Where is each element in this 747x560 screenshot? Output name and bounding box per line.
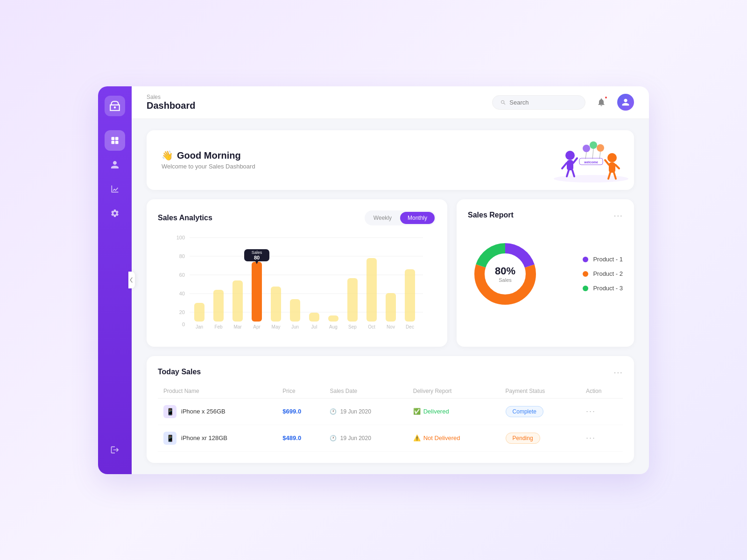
search-box[interactable] <box>492 95 585 110</box>
legend-product2: Product - 2 <box>583 270 623 277</box>
svg-rect-40 <box>233 280 243 322</box>
sidebar-item-users[interactable] <box>105 154 125 175</box>
charts-row: Sales Analytics Weekly Monthly <box>147 199 634 347</box>
svg-text:Jun: Jun <box>291 324 299 329</box>
sidebar-logo[interactable] <box>105 96 125 116</box>
svg-text:Oct: Oct <box>368 324 375 329</box>
delivery-cell: ⚠️ Not Delivered <box>408 425 500 451</box>
bar-chart-svg: 100 80 60 40 20 0 Jan <box>158 233 436 336</box>
table-row: 📱 iPhone xr 128GB $489.0 🕐 19 Jun 2020 <box>158 425 623 451</box>
sidebar-item-settings[interactable] <box>105 203 125 224</box>
svg-point-4 <box>554 175 628 182</box>
report-card-header: Sales Report ··· <box>468 210 623 220</box>
notification-dot <box>604 96 608 99</box>
sales-table-header-row: Product Name Price Sales Date Delivery R… <box>158 384 623 399</box>
action-cell[interactable]: ··· <box>580 425 623 451</box>
clock-icon: 🕐 <box>330 435 337 441</box>
svg-rect-62 <box>366 258 377 322</box>
svg-text:Dec: Dec <box>406 324 414 329</box>
svg-point-17 <box>583 145 590 152</box>
col-payment-status: Payment Status <box>500 384 580 399</box>
avatar[interactable] <box>617 94 634 111</box>
price-cell: $489.0 <box>277 425 324 451</box>
svg-point-11 <box>607 153 617 162</box>
report-more-btn[interactable]: ··· <box>613 210 623 220</box>
sales-table: Product Name Price Sales Date Delivery R… <box>158 384 623 452</box>
sidebar-collapse-btn[interactable] <box>128 272 135 288</box>
header-title-group: Sales Dashboard <box>147 94 195 111</box>
content-area: 👋 Good Morning Welcome to your Sales Das… <box>132 119 649 474</box>
svg-line-8 <box>573 158 577 163</box>
analytics-title: Sales Analytics <box>158 214 212 222</box>
donut-label: Sales <box>495 277 515 283</box>
clock-icon: 🕐 <box>330 408 337 415</box>
toggle-weekly[interactable]: Weekly <box>366 212 399 224</box>
sidebar-bottom <box>105 440 125 460</box>
svg-rect-54 <box>290 299 300 322</box>
svg-rect-38 <box>213 290 224 322</box>
status-badge-pending: Pending <box>506 433 540 444</box>
welcome-text-group: 👋 Good Morning Welcome to your Sales Das… <box>162 150 255 170</box>
today-sales-more-btn[interactable]: ··· <box>613 367 623 377</box>
svg-rect-66 <box>405 269 415 322</box>
header-title: Dashboard <box>147 100 195 111</box>
svg-text:0: 0 <box>182 322 185 327</box>
svg-rect-64 <box>386 293 396 322</box>
product-cell: 📱 iPhone x 256GB <box>163 405 271 418</box>
donut-legend: Product - 1 Product - 2 Product - 3 <box>583 256 623 292</box>
sales-table-head: Product Name Price Sales Date Delivery R… <box>158 384 623 399</box>
sidebar-item-logout[interactable] <box>105 440 125 460</box>
main-content: Sales Dashboard <box>132 86 649 474</box>
action-dots-btn[interactable]: ··· <box>586 406 596 416</box>
svg-line-14 <box>615 165 619 168</box>
header-right <box>492 94 634 111</box>
svg-text:Mar: Mar <box>233 324 242 329</box>
col-product-name: Product Name <box>158 384 277 399</box>
users-icon <box>110 160 120 169</box>
donut-area: 80% Sales Product - 1 Product - <box>468 227 623 321</box>
svg-line-9 <box>567 170 569 176</box>
today-sales-card: Today Sales ··· Product Name Price Sales… <box>147 356 634 463</box>
svg-point-18 <box>590 141 597 149</box>
svg-point-5 <box>565 151 575 160</box>
svg-rect-6 <box>567 160 573 170</box>
logo-icon <box>109 100 121 112</box>
analytics-card: Sales Analytics Weekly Monthly <box>147 199 447 347</box>
sidebar-item-analytics[interactable] <box>105 179 125 199</box>
delivery-cell: ✅ Delivered <box>408 398 500 425</box>
svg-text:80: 80 <box>179 253 185 259</box>
logout-icon <box>110 445 120 455</box>
date-value: 🕐 19 Jun 2020 <box>330 408 371 415</box>
notification-btn[interactable] <box>593 94 610 111</box>
avatar-icon <box>620 97 631 107</box>
toggle-monthly[interactable]: Monthly <box>400 212 435 224</box>
sidebar-nav <box>105 130 125 435</box>
svg-rect-12 <box>609 162 615 173</box>
welcome-illustration: welcome <box>544 141 619 179</box>
sales-table-body: 📱 iPhone x 256GB $699.0 🕐 19 Jun 2020 <box>158 398 623 451</box>
svg-text:60: 60 <box>179 272 185 278</box>
legend-product1: Product - 1 <box>583 256 623 263</box>
sidebar-item-dashboard[interactable] <box>105 130 125 151</box>
welcome-banner: 👋 Good Morning Welcome to your Sales Das… <box>147 130 634 190</box>
delivered-value: ✅ Delivered <box>413 408 494 415</box>
svg-rect-56 <box>309 313 319 322</box>
dashboard-icon <box>110 136 120 145</box>
donut-percent: 80% <box>495 265 515 277</box>
action-dots-btn[interactable]: ··· <box>586 433 596 442</box>
svg-line-7 <box>562 163 567 168</box>
col-action: Action <box>580 384 623 399</box>
svg-text:100: 100 <box>176 235 185 240</box>
table-row: 📱 iPhone x 256GB $699.0 🕐 19 Jun 2020 <box>158 398 623 425</box>
svg-rect-60 <box>347 278 358 322</box>
svg-text:80: 80 <box>254 255 260 260</box>
svg-text:Apr: Apr <box>253 324 261 329</box>
search-input[interactable] <box>509 99 578 106</box>
svg-text:Nov: Nov <box>387 324 395 329</box>
donut-svg-wrap: 80% Sales <box>468 237 543 311</box>
warning-icon: ⚠️ <box>413 434 421 441</box>
svg-text:40: 40 <box>179 291 185 296</box>
action-cell[interactable]: ··· <box>580 398 623 425</box>
col-delivery: Delivery Report <box>408 384 500 399</box>
report-title: Sales Report <box>468 211 514 219</box>
